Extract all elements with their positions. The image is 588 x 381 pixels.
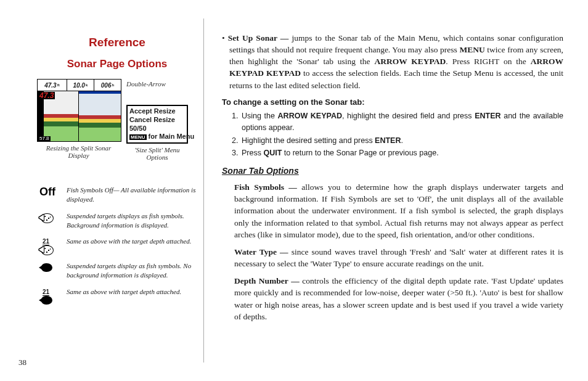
fish-dotted-depth-icon: 21 (37, 237, 58, 254)
symbol-row: Suspended targets display as fish symbol… (37, 261, 197, 280)
depth-overlay: 47.3 (38, 92, 55, 99)
step-item: Using the ARROW KEYPAD, highlight the de… (240, 110, 563, 134)
section-subheading: Sonar Page Options (37, 58, 197, 70)
water-type-paragraph: Water Type — since sound waves travel th… (222, 246, 563, 269)
bottom-left-value: 57.8 (38, 136, 51, 141)
step-item: Press QUIT to return to the Sonar Page o… (240, 147, 563, 159)
menu-item: 50/50 (129, 125, 185, 133)
sonar-tab-options-heading: Sonar Tab Options (222, 165, 563, 178)
steps-list: Using the ARROW KEYPAD, highlight the de… (222, 110, 563, 159)
menu-item: Cancel Resize (129, 116, 185, 125)
symbol-row: Suspended targets displays as fish symbo… (37, 211, 197, 230)
document-page: Reference Sonar Page Options 47.3ft 10.0… (0, 0, 588, 381)
off-icon: Off (37, 186, 58, 198)
right-column: • Set Up Sonar — jumps to the Sonar tab … (222, 32, 563, 328)
fish-solid-depth-icon: 21 (37, 287, 58, 305)
section-heading: Reference (37, 36, 197, 49)
symbol-text: Suspended targets displays as fish symbo… (67, 211, 197, 230)
readout-heading: 006h (94, 80, 121, 91)
readout-depth: 47.3ft (38, 80, 67, 91)
symbol-row: 21 Same as above with target depth attac… (37, 287, 197, 305)
column-divider (203, 18, 204, 363)
fish-symbols-paragraph: Fish Symbols — allows you to determine h… (222, 181, 563, 240)
right-figure-column: Double-Arrow Accept Resize Cancel Resize… (126, 79, 188, 161)
steps-heading: To change a setting on the Sonar tab: (222, 97, 563, 108)
left-column: Reference Sonar Page Options 47.3ft 10.0… (37, 36, 197, 312)
symbol-text: Same as above with target depth attached… (67, 287, 181, 297)
sonar-split-figure: 47.3ft 10.0k 006h 47.3 57.8 (37, 79, 121, 142)
sonar-body: 47.3 57.8 (38, 91, 121, 142)
symbol-text: Same as above with the target depth atta… (67, 237, 191, 246)
step-item: Highlight the desired setting and press … (240, 135, 563, 147)
symbol-text: Fish Symbols Off— All available informat… (67, 186, 197, 204)
page-number: 38 (18, 358, 27, 367)
sonar-right-pane (79, 91, 121, 142)
symbol-row: Off Fish Symbols Off— All available info… (37, 186, 197, 204)
figure-row: 47.3ft 10.0k 006h 47.3 57.8 Resizing the… (37, 79, 197, 161)
figure-caption: 'Size Split' Menu Options (126, 146, 188, 161)
menu-footer: MENU for Main Menu (129, 133, 185, 141)
setup-sonar-bullet: • Set Up Sonar — jumps to the Sonar tab … (222, 32, 563, 91)
readout-speed: 10.0k (67, 80, 94, 91)
fish-symbol-table: Off Fish Symbols Off— All available info… (37, 186, 197, 305)
figure-caption: Resizing the Split Sonar Display (37, 144, 120, 159)
symbol-text: Suspended targets display as fish symbol… (67, 261, 197, 280)
menu-item: Accept Resize (129, 107, 185, 116)
depth-number-paragraph: Depth Number — controls the efficiency o… (222, 275, 563, 322)
sonar-top-readouts: 47.3ft 10.0k 006h (38, 80, 121, 91)
sonar-figure-wrap: 47.3ft 10.0k 006h 47.3 57.8 Resizing the… (37, 79, 121, 159)
sonar-left-pane: 47.3 57.8 (38, 91, 79, 142)
fish-solid-icon (37, 261, 58, 274)
size-split-menu-figure: Accept Resize Cancel Resize 50/50 MENU f… (126, 105, 188, 144)
symbol-row: 21 Same as above with the target depth a… (37, 237, 197, 254)
double-arrow-label: Double-Arrow (126, 80, 166, 88)
fish-dotted-icon (37, 211, 58, 224)
